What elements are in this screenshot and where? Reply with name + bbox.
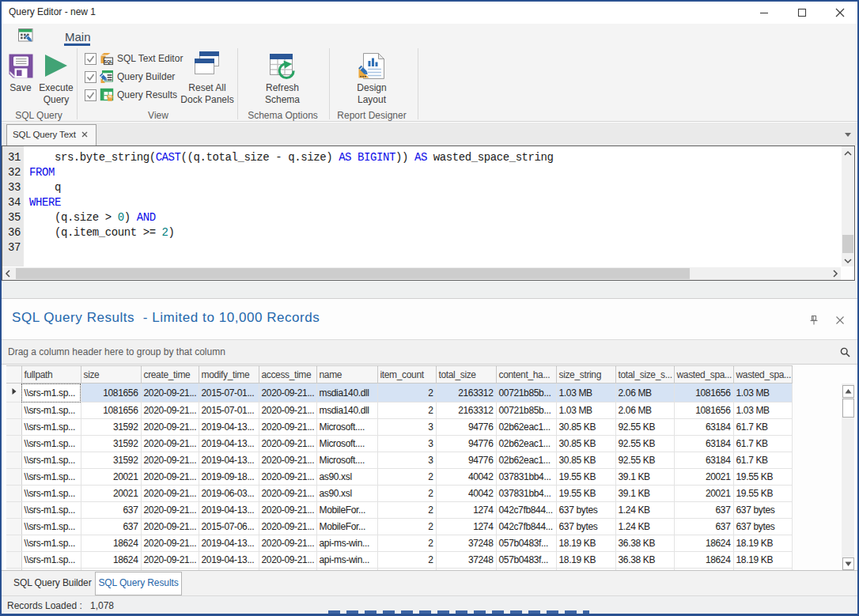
svg-text:SQL: SQL [104, 59, 113, 64]
